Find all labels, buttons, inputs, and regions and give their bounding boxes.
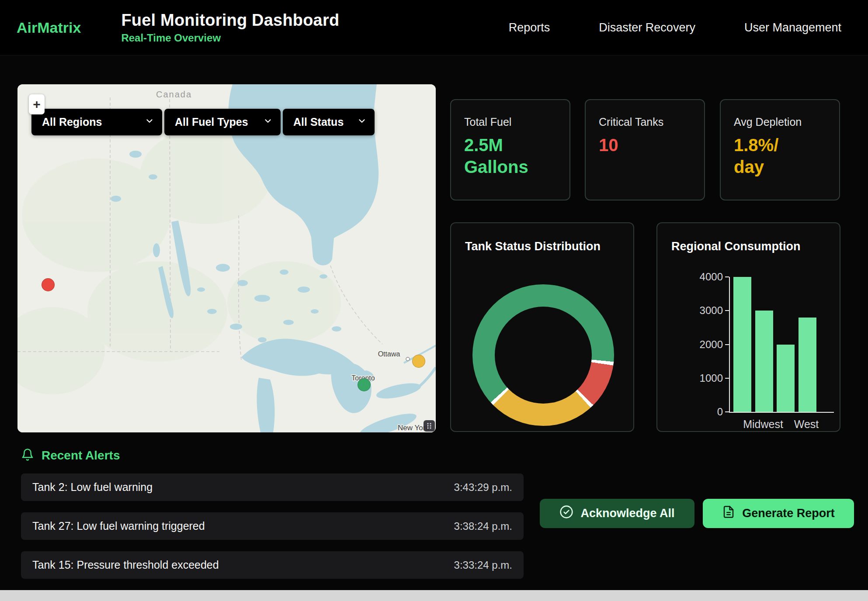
- acknowledge-all-button[interactable]: Acknowledge All: [540, 499, 694, 528]
- y-axis-tick: [725, 378, 729, 379]
- map-canvas: Canada Ottawa Toronto New York: [17, 84, 436, 432]
- chart-title: Regional Consumption: [671, 240, 800, 253]
- stat-label: Avg Depletion: [734, 116, 826, 128]
- stat-label: Total Fuel: [464, 116, 556, 128]
- map-zoom-in-button[interactable]: +: [29, 94, 45, 114]
- page-titles: Fuel Monitoring Dashboard Real-Time Over…: [121, 11, 339, 44]
- document-icon: [722, 505, 735, 522]
- alert-message: Tank 15: Pressure threshold exceeded: [32, 559, 219, 571]
- alert-message: Tank 2: Low fuel warning: [32, 481, 153, 494]
- map-marker-critical[interactable]: [42, 278, 55, 291]
- alert-timestamp: 3:38:24 p.m.: [454, 520, 512, 532]
- stat-card-avg-depletion: Avg Depletion 1.8%/ day: [720, 99, 840, 200]
- horizontal-scrollbar[interactable]: [0, 590, 868, 601]
- filter-status-label: All Status: [293, 116, 344, 128]
- alert-row[interactable]: Tank 27: Low fuel warning triggered 3:38…: [21, 512, 524, 540]
- stat-value: 2.5M Gallons: [464, 135, 541, 178]
- y-axis-tick-label: 3000: [682, 304, 723, 317]
- y-axis-tick-label: 1000: [682, 372, 723, 384]
- y-axis-tick-label: 0: [682, 406, 723, 418]
- bar: [777, 345, 795, 412]
- y-axis-tick: [725, 276, 729, 277]
- brand-logo[interactable]: AirMatrix: [17, 19, 81, 36]
- bar-chart-card: Regional Consumption MidwestWest01000200…: [656, 222, 840, 432]
- y-axis-tick: [725, 344, 729, 345]
- alert-message: Tank 27: Low fuel warning triggered: [32, 520, 205, 532]
- chevron-down-icon: [145, 116, 154, 128]
- chart-title: Tank Status Distribution: [465, 240, 601, 253]
- bar: [755, 311, 773, 412]
- filter-fuel-types-label: All Fuel Types: [175, 116, 248, 128]
- chevron-down-icon: [357, 116, 367, 128]
- map[interactable]: Canada Ottawa Toronto New York + All Reg…: [17, 84, 436, 432]
- filter-regions-label: All Regions: [42, 116, 102, 128]
- main-nav: Reports Disaster Recovery User Managemen…: [509, 21, 868, 35]
- nav-disaster-recovery[interactable]: Disaster Recovery: [599, 21, 695, 35]
- y-axis-tick-label: 4000: [682, 271, 723, 283]
- x-axis-label: West: [785, 418, 828, 431]
- donut-chart: [472, 284, 614, 426]
- nav-user-management[interactable]: User Management: [744, 21, 841, 35]
- map-marker-warning[interactable]: [412, 355, 425, 368]
- stat-value: 10: [599, 135, 675, 156]
- filter-fuel-types-dropdown[interactable]: All Fuel Types: [164, 109, 281, 135]
- acknowledge-all-label: Acknowledge All: [580, 507, 674, 520]
- generate-report-button[interactable]: Generate Report: [703, 499, 854, 528]
- check-circle-icon: [559, 505, 573, 522]
- page-subtitle: Real-Time Overview: [121, 32, 339, 44]
- recent-alerts-title: Recent Alerts: [42, 449, 120, 463]
- recent-alerts-header: Recent Alerts: [21, 448, 120, 463]
- map-label-country: Canada: [156, 90, 192, 99]
- alert-timestamp: 3:33:24 p.m.: [454, 559, 512, 571]
- map-marker-normal[interactable]: [358, 378, 371, 391]
- map-filters: All Regions All Fuel Types All Status: [31, 109, 375, 135]
- filter-regions-dropdown[interactable]: All Regions: [31, 109, 162, 135]
- bar-plot: [729, 277, 834, 413]
- stat-card-total-fuel: Total Fuel 2.5M Gallons: [450, 99, 570, 200]
- page-title: Fuel Monitoring Dashboard: [121, 11, 339, 30]
- y-axis-tick-label: 2000: [682, 338, 723, 351]
- header: AirMatrix Fuel Monitoring Dashboard Real…: [0, 0, 868, 55]
- chevron-down-icon: [263, 116, 273, 128]
- bar: [733, 277, 751, 412]
- x-axis-label: Midwest: [741, 418, 785, 431]
- map-resize-handle[interactable]: [424, 420, 435, 432]
- stat-value: 1.8%/ day: [734, 135, 810, 178]
- stat-label: Critical Tanks: [599, 116, 691, 128]
- nav-reports[interactable]: Reports: [509, 21, 550, 35]
- y-axis-tick: [725, 310, 729, 311]
- stat-card-critical-tanks: Critical Tanks 10: [585, 99, 705, 200]
- y-axis-tick: [725, 411, 729, 412]
- donut-chart-card: Tank Status Distribution: [450, 222, 634, 432]
- bell-icon: [21, 448, 34, 463]
- drag-dots-icon: [426, 422, 433, 430]
- bar: [799, 318, 816, 412]
- alert-timestamp: 3:43:29 p.m.: [454, 481, 512, 494]
- alert-row[interactable]: Tank 15: Pressure threshold exceeded 3:3…: [21, 551, 524, 579]
- alert-row[interactable]: Tank 2: Low fuel warning 3:43:29 p.m.: [21, 473, 524, 501]
- generate-report-label: Generate Report: [742, 507, 835, 520]
- map-label-ottawa: Ottawa: [378, 350, 400, 358]
- filter-status-dropdown[interactable]: All Status: [283, 109, 375, 135]
